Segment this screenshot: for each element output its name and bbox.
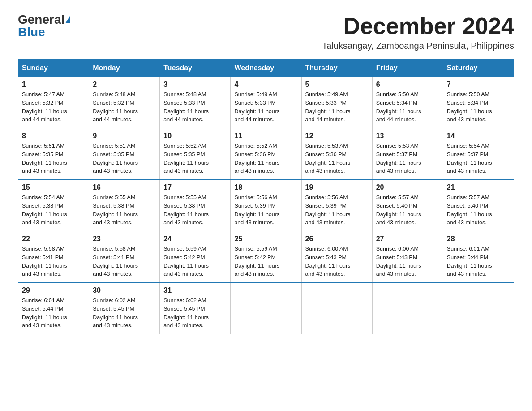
- day-number: 9: [93, 132, 156, 140]
- day-number: 12: [305, 132, 369, 140]
- calendar-cell: 16 Sunrise: 5:55 AMSunset: 5:38 PMDaylig…: [89, 180, 160, 231]
- day-info: Sunrise: 5:48 AMSunset: 5:33 PMDaylight:…: [163, 91, 209, 123]
- day-number: 10: [163, 132, 227, 140]
- logo: General Blue: [18, 13, 70, 39]
- calendar-cell: 3 Sunrise: 5:48 AMSunset: 5:33 PMDayligh…: [160, 77, 231, 128]
- day-number: 15: [22, 184, 85, 192]
- day-info: Sunrise: 5:55 AMSunset: 5:38 PMDaylight:…: [93, 194, 138, 226]
- day-info: Sunrise: 5:51 AMSunset: 5:35 PMDaylight:…: [22, 143, 67, 174]
- calendar-cell: 18 Sunrise: 5:56 AMSunset: 5:39 PMDaylig…: [231, 180, 301, 231]
- calendar-cell: 22 Sunrise: 5:58 AMSunset: 5:41 PMDaylig…: [18, 231, 89, 283]
- day-number: 18: [234, 184, 297, 192]
- location-title: Taluksangay, Zamboanga Peninsula, Philip…: [322, 41, 514, 51]
- calendar-cell: 21 Sunrise: 5:57 AMSunset: 5:40 PMDaylig…: [443, 180, 514, 231]
- calendar-header-row: SundayMondayTuesdayWednesdayThursdayFrid…: [18, 60, 514, 77]
- calendar-cell: [372, 283, 443, 334]
- day-info: Sunrise: 5:53 AMSunset: 5:37 PMDaylight:…: [376, 143, 421, 174]
- day-info: Sunrise: 5:55 AMSunset: 5:38 PMDaylight:…: [163, 194, 209, 226]
- calendar-cell: 2 Sunrise: 5:48 AMSunset: 5:32 PMDayligh…: [89, 77, 160, 128]
- day-number: 28: [447, 235, 510, 243]
- calendar-week-row: 29 Sunrise: 6:01 AMSunset: 5:44 PMDaylig…: [18, 283, 514, 334]
- calendar-cell: 30 Sunrise: 6:02 AMSunset: 5:45 PMDaylig…: [89, 283, 160, 334]
- day-info: Sunrise: 5:50 AMSunset: 5:34 PMDaylight:…: [376, 91, 421, 123]
- header-tuesday: Tuesday: [160, 60, 231, 77]
- day-info: Sunrise: 5:54 AMSunset: 5:37 PMDaylight:…: [447, 143, 492, 174]
- header-thursday: Thursday: [301, 60, 372, 77]
- day-info: Sunrise: 6:00 AMSunset: 5:43 PMDaylight:…: [376, 246, 421, 277]
- calendar-cell: 31 Sunrise: 6:02 AMSunset: 5:45 PMDaylig…: [160, 283, 231, 334]
- day-number: 23: [93, 235, 156, 243]
- logo-general-text: General: [18, 13, 64, 26]
- calendar-cell: 23 Sunrise: 5:58 AMSunset: 5:41 PMDaylig…: [89, 231, 160, 283]
- day-number: 22: [22, 235, 85, 243]
- day-info: Sunrise: 5:58 AMSunset: 5:41 PMDaylight:…: [93, 246, 138, 277]
- calendar-cell: 10 Sunrise: 5:52 AMSunset: 5:35 PMDaylig…: [160, 128, 231, 180]
- day-number: 30: [93, 287, 156, 295]
- day-info: Sunrise: 5:58 AMSunset: 5:41 PMDaylight:…: [22, 246, 67, 277]
- day-number: 5: [305, 81, 369, 89]
- day-number: 2: [93, 81, 156, 89]
- day-number: 3: [163, 81, 227, 89]
- header-saturday: Saturday: [443, 60, 514, 77]
- day-number: 24: [163, 235, 227, 243]
- calendar-cell: 19 Sunrise: 5:56 AMSunset: 5:39 PMDaylig…: [301, 180, 372, 231]
- day-info: Sunrise: 5:50 AMSunset: 5:34 PMDaylight:…: [447, 91, 492, 123]
- calendar-cell: 5 Sunrise: 5:49 AMSunset: 5:33 PMDayligh…: [301, 77, 372, 128]
- day-number: 1: [22, 81, 85, 89]
- calendar-cell: 26 Sunrise: 6:00 AMSunset: 5:43 PMDaylig…: [301, 231, 372, 283]
- day-number: 13: [376, 132, 439, 140]
- title-area: December 2024 Taluksangay, Zamboanga Pen…: [322, 13, 514, 51]
- calendar-cell: 1 Sunrise: 5:47 AMSunset: 5:32 PMDayligh…: [18, 77, 89, 128]
- calendar-cell: 24 Sunrise: 5:59 AMSunset: 5:42 PMDaylig…: [160, 231, 231, 283]
- day-info: Sunrise: 5:49 AMSunset: 5:33 PMDaylight:…: [234, 91, 279, 123]
- logo-triangle-icon: [65, 16, 70, 23]
- day-info: Sunrise: 6:00 AMSunset: 5:43 PMDaylight:…: [305, 246, 351, 277]
- calendar-cell: 20 Sunrise: 5:57 AMSunset: 5:40 PMDaylig…: [372, 180, 443, 231]
- day-number: 27: [376, 235, 439, 243]
- day-info: Sunrise: 5:53 AMSunset: 5:36 PMDaylight:…: [305, 143, 351, 174]
- calendar-cell: 14 Sunrise: 5:54 AMSunset: 5:37 PMDaylig…: [443, 128, 514, 180]
- day-info: Sunrise: 6:02 AMSunset: 5:45 PMDaylight:…: [163, 297, 209, 329]
- day-info: Sunrise: 5:59 AMSunset: 5:42 PMDaylight:…: [234, 246, 279, 277]
- day-number: 19: [305, 184, 369, 192]
- calendar-cell: 12 Sunrise: 5:53 AMSunset: 5:36 PMDaylig…: [301, 128, 372, 180]
- logo-blue-text: Blue: [18, 25, 45, 39]
- calendar-week-row: 22 Sunrise: 5:58 AMSunset: 5:41 PMDaylig…: [18, 231, 514, 283]
- calendar-cell: 25 Sunrise: 5:59 AMSunset: 5:42 PMDaylig…: [231, 231, 301, 283]
- day-info: Sunrise: 5:56 AMSunset: 5:39 PMDaylight:…: [305, 194, 351, 226]
- day-info: Sunrise: 5:52 AMSunset: 5:35 PMDaylight:…: [163, 143, 209, 174]
- calendar-week-row: 15 Sunrise: 5:54 AMSunset: 5:38 PMDaylig…: [18, 180, 514, 231]
- calendar-week-row: 8 Sunrise: 5:51 AMSunset: 5:35 PMDayligh…: [18, 128, 514, 180]
- header-wednesday: Wednesday: [231, 60, 301, 77]
- calendar-cell: 11 Sunrise: 5:52 AMSunset: 5:36 PMDaylig…: [231, 128, 301, 180]
- day-info: Sunrise: 5:57 AMSunset: 5:40 PMDaylight:…: [376, 194, 421, 226]
- calendar-cell: 8 Sunrise: 5:51 AMSunset: 5:35 PMDayligh…: [18, 128, 89, 180]
- calendar-week-row: 1 Sunrise: 5:47 AMSunset: 5:32 PMDayligh…: [18, 77, 514, 128]
- day-info: Sunrise: 5:47 AMSunset: 5:32 PMDaylight:…: [22, 91, 67, 123]
- calendar-cell: [443, 283, 514, 334]
- day-info: Sunrise: 6:01 AMSunset: 5:44 PMDaylight:…: [22, 297, 67, 329]
- calendar-cell: 6 Sunrise: 5:50 AMSunset: 5:34 PMDayligh…: [372, 77, 443, 128]
- day-info: Sunrise: 5:49 AMSunset: 5:33 PMDaylight:…: [305, 91, 351, 123]
- header-sunday: Sunday: [18, 60, 89, 77]
- day-number: 20: [376, 184, 439, 192]
- day-number: 8: [22, 132, 85, 140]
- calendar-cell: 15 Sunrise: 5:54 AMSunset: 5:38 PMDaylig…: [18, 180, 89, 231]
- day-info: Sunrise: 5:52 AMSunset: 5:36 PMDaylight:…: [234, 143, 279, 174]
- day-info: Sunrise: 5:54 AMSunset: 5:38 PMDaylight:…: [22, 194, 67, 226]
- calendar-cell: [231, 283, 301, 334]
- day-number: 31: [163, 287, 227, 295]
- calendar-cell: 4 Sunrise: 5:49 AMSunset: 5:33 PMDayligh…: [231, 77, 301, 128]
- calendar-cell: [301, 283, 372, 334]
- day-number: 11: [234, 132, 297, 140]
- day-number: 17: [163, 184, 227, 192]
- day-number: 14: [447, 132, 510, 140]
- day-number: 29: [22, 287, 85, 295]
- calendar-cell: 29 Sunrise: 6:01 AMSunset: 5:44 PMDaylig…: [18, 283, 89, 334]
- calendar-table: SundayMondayTuesdayWednesdayThursdayFrid…: [18, 59, 514, 334]
- month-title: December 2024: [322, 13, 514, 39]
- day-number: 21: [447, 184, 510, 192]
- calendar-cell: 9 Sunrise: 5:51 AMSunset: 5:35 PMDayligh…: [89, 128, 160, 180]
- calendar-cell: 17 Sunrise: 5:55 AMSunset: 5:38 PMDaylig…: [160, 180, 231, 231]
- day-number: 25: [234, 235, 297, 243]
